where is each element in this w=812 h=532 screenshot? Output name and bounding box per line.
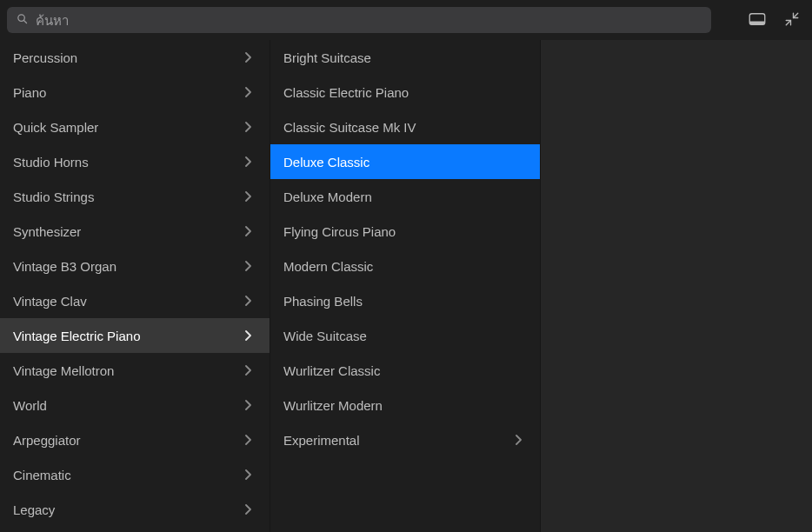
row-label: Legacy xyxy=(13,502,55,517)
chevron-right-icon xyxy=(242,399,254,411)
chevron-right-icon xyxy=(242,329,254,342)
category-studio-strings[interactable]: Studio Strings xyxy=(0,179,270,214)
chevron-right-icon xyxy=(242,434,254,446)
preset-wide-suitcase[interactable]: Wide Suitcase xyxy=(270,318,540,353)
category-arpeggiator[interactable]: Arpeggiator xyxy=(0,422,270,457)
row-label: Vintage Electric Piano xyxy=(13,329,140,343)
chevron-right-icon xyxy=(242,295,254,307)
preset-phasing-bells[interactable]: Phasing Bells xyxy=(270,283,540,318)
library-columns: PercussionPianoQuick SamplerStudio Horns… xyxy=(0,40,812,532)
row-label: Synthesizer xyxy=(13,224,81,239)
row-label: Flying Circus Piano xyxy=(283,224,396,239)
row-label: Wurlitzer Modern xyxy=(283,398,383,413)
chevron-right-icon xyxy=(242,225,254,237)
chevron-right-icon xyxy=(512,434,524,446)
category-vintage-b3-organ[interactable]: Vintage B3 Organ xyxy=(0,249,270,283)
search-input[interactable] xyxy=(36,13,702,28)
chevron-right-icon xyxy=(242,503,254,515)
row-label: Classic Electric Piano xyxy=(283,85,409,100)
toolbar xyxy=(0,0,812,40)
row-label: Studio Horns xyxy=(13,155,89,170)
category-world[interactable]: World xyxy=(0,388,270,422)
preset-classic-suitcase-mk-iv[interactable]: Classic Suitcase Mk IV xyxy=(270,110,540,144)
row-label: Arpeggiator xyxy=(13,433,81,448)
preset-deluxe-modern[interactable]: Deluxe Modern xyxy=(270,179,540,214)
preset-classic-electric-piano[interactable]: Classic Electric Piano xyxy=(270,75,540,110)
row-label: Modern Classic xyxy=(283,259,373,274)
row-label: Piano xyxy=(13,85,46,100)
row-label: Wide Suitcase xyxy=(283,329,367,343)
search-icon xyxy=(16,12,29,28)
chevron-right-icon xyxy=(242,86,254,98)
row-label: World xyxy=(13,398,47,413)
chevron-right-icon xyxy=(242,51,254,63)
detail-column xyxy=(541,40,812,532)
chevron-right-icon xyxy=(242,469,254,481)
row-label: Phasing Bells xyxy=(283,294,363,309)
row-label: Vintage B3 Organ xyxy=(13,259,116,274)
category-column: PercussionPianoQuick SamplerStudio Horns… xyxy=(0,40,270,532)
category-quick-sampler[interactable]: Quick Sampler xyxy=(0,110,270,144)
category-vintage-clav[interactable]: Vintage Clav xyxy=(0,283,270,318)
category-vintage-electric-piano[interactable]: Vintage Electric Piano xyxy=(0,318,270,353)
category-cinematic[interactable]: Cinematic xyxy=(0,457,270,492)
svg-rect-3 xyxy=(749,21,765,24)
preset-wurlitzer-modern[interactable]: Wurlitzer Modern xyxy=(270,388,540,422)
row-label: Percussion xyxy=(13,50,77,65)
collapse-icon xyxy=(784,11,800,30)
panel-icon xyxy=(749,12,766,29)
preset-deluxe-classic[interactable]: Deluxe Classic xyxy=(270,144,540,179)
preset-column: Bright SuitcaseClassic Electric PianoCla… xyxy=(270,40,541,532)
preset-experimental[interactable]: Experimental xyxy=(270,422,540,457)
preset-bright-suitcase[interactable]: Bright Suitcase xyxy=(270,40,540,75)
chevron-right-icon xyxy=(242,364,254,376)
row-label: Deluxe Modern xyxy=(283,190,372,204)
row-label: Vintage Clav xyxy=(13,294,87,309)
row-label: Bright Suitcase xyxy=(283,50,371,65)
category-percussion[interactable]: Percussion xyxy=(0,40,270,75)
svg-line-1 xyxy=(24,21,27,23)
category-studio-horns[interactable]: Studio Horns xyxy=(0,144,270,179)
row-label: Studio Strings xyxy=(13,190,94,204)
preset-modern-classic[interactable]: Modern Classic xyxy=(270,249,540,283)
preset-wurlitzer-classic[interactable]: Wurlitzer Classic xyxy=(270,353,540,388)
category-synthesizer[interactable]: Synthesizer xyxy=(0,214,270,249)
chevron-right-icon xyxy=(242,121,254,133)
row-label: Deluxe Classic xyxy=(283,155,369,170)
preset-flying-circus-piano[interactable]: Flying Circus Piano xyxy=(270,214,540,249)
row-label: Cinematic xyxy=(13,468,71,482)
chevron-right-icon xyxy=(242,190,254,203)
row-label: Vintage Mellotron xyxy=(13,363,114,378)
chevron-right-icon xyxy=(242,260,254,272)
panel-toggle-button[interactable] xyxy=(744,7,770,33)
category-piano[interactable]: Piano xyxy=(0,75,270,110)
category-legacy[interactable]: Legacy xyxy=(0,492,270,527)
chevron-right-icon xyxy=(242,156,254,168)
row-label: Quick Sampler xyxy=(13,120,98,135)
collapse-button[interactable] xyxy=(779,7,805,33)
row-label: Classic Suitcase Mk IV xyxy=(283,120,416,135)
row-label: Experimental xyxy=(283,433,360,448)
row-label: Wurlitzer Classic xyxy=(283,363,380,378)
category-vintage-mellotron[interactable]: Vintage Mellotron xyxy=(0,353,270,388)
search-field[interactable] xyxy=(7,7,711,33)
